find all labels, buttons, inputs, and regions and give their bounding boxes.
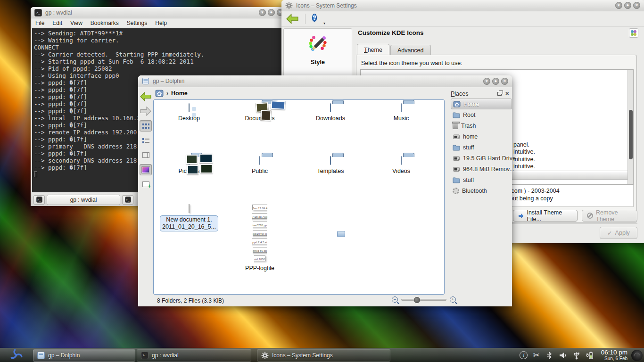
menu-help[interactable]: Help (155, 20, 167, 26)
dolphin-window-title: gp – Dolphin (153, 78, 184, 84)
folder-item-pictures[interactable]: Pictures (154, 156, 224, 175)
page-title: Customize KDE Icons (358, 29, 424, 36)
install-theme-button[interactable]: Install Theme File... (513, 210, 578, 222)
select-theme-label: Select the icon theme you want to use: (361, 60, 462, 66)
new-tab-button[interactable]: >_ (33, 195, 45, 205)
place-label: stuff (463, 177, 474, 183)
details-view-button[interactable] (140, 135, 152, 146)
minimize-button[interactable]: ▾ (259, 9, 266, 16)
konsole-tab[interactable]: gp : wvdial (47, 195, 120, 205)
hard-drive-icon (453, 155, 460, 162)
place-item-stuff-1[interactable]: stuff (451, 142, 512, 153)
tab-list-button[interactable]: >_ (122, 195, 133, 205)
help-button[interactable]: ? ▾ (312, 13, 323, 25)
maximize-button[interactable]: ● (268, 9, 275, 16)
clipboard-scissors-icon[interactable]: ✂ (533, 351, 539, 359)
places-title: Places (451, 90, 469, 97)
battery-icon[interactable] (586, 351, 594, 360)
menu-view[interactable]: View (70, 20, 83, 26)
place-item-trash[interactable]: Trash (451, 120, 512, 131)
place-item-bluetooth[interactable]: Bluetooth (451, 185, 512, 196)
removable-drive-icon (453, 165, 460, 173)
distro-logo-icon (9, 348, 24, 362)
back-arrow-icon[interactable] (286, 14, 298, 24)
hard-drive-icon (453, 133, 460, 140)
file-item-new-document[interactable]: New document 1. 2011_01_20_16_5... (154, 205, 224, 231)
task-system-settings[interactable]: Icons – System Settings (257, 349, 390, 362)
dolphin-icon (142, 77, 149, 85)
konsole-titlebar[interactable]: >_ gp : wvdial ▾ ● ✕ (31, 7, 288, 18)
maximize-button[interactable]: ● (492, 78, 499, 85)
places-panel: Places ✕ Home Root Trash (448, 87, 512, 306)
zoom-out-icon[interactable]: − (392, 296, 398, 303)
forward-button[interactable] (140, 106, 152, 117)
sidebar-item-style[interactable]: Style (284, 29, 352, 66)
place-item-removable[interactable]: 964.8 MiB Remov... (451, 164, 512, 174)
maximize-button[interactable]: ● (624, 2, 631, 9)
folder-item-videos[interactable]: Videos (366, 156, 437, 175)
place-item-stuff-2[interactable]: stuff (451, 174, 512, 185)
home-icon[interactable] (155, 89, 164, 98)
apply-button[interactable]: ✓ Apply (600, 227, 637, 239)
tab-advanced[interactable]: Advanced (390, 45, 431, 55)
tab-theme[interactable]: Theme (357, 44, 389, 55)
panel-toolbox-cashew-icon[interactable] (631, 350, 643, 361)
notifications-icon[interactable]: i (520, 351, 528, 359)
preview-button[interactable] (140, 164, 152, 175)
theme-list-scrollbar[interactable] (627, 70, 633, 184)
app-launcher-button[interactable] (0, 348, 33, 362)
folder-label: Templates (295, 168, 366, 175)
bluetooth-icon[interactable] (545, 351, 553, 360)
close-button[interactable]: ✕ (501, 78, 508, 85)
minimize-button[interactable]: ▾ (483, 78, 490, 85)
preview-icon (142, 167, 149, 173)
folder-item-public[interactable]: Public (224, 156, 295, 175)
folder-item-documents[interactable]: Documents (224, 104, 295, 122)
close-button[interactable]: ✕ (633, 2, 640, 9)
menu-file[interactable]: File (35, 20, 44, 26)
place-item-home[interactable]: Home (451, 99, 512, 109)
folder-icon (401, 156, 402, 165)
clock[interactable]: 06:10 pm Sun, 6 Feb (601, 349, 627, 362)
scrollbar-thumb[interactable] (629, 110, 633, 159)
folder-view[interactable]: Desktop Documents Downloads Music (153, 99, 445, 295)
folder-item-downloads[interactable]: Downloads (295, 104, 366, 122)
usb-device-icon[interactable] (572, 351, 581, 360)
task-konsole[interactable]: >_ gp : wvdial (137, 349, 251, 362)
task-dolphin[interactable]: gp – Dolphin (33, 349, 135, 362)
close-panel-icon[interactable]: ✕ (505, 91, 509, 96)
folder-icon (453, 176, 460, 184)
terminal-icon: >_ (34, 9, 42, 16)
columns-view-button[interactable] (140, 149, 152, 161)
install-arrow-icon (518, 213, 524, 219)
zoom-slider[interactable] (401, 299, 446, 301)
breadcrumb-home[interactable]: Home (171, 90, 188, 97)
folder-icon (453, 111, 460, 119)
float-panel-icon[interactable] (497, 92, 502, 96)
zoom-slider-handle[interactable] (414, 297, 420, 303)
stray-drag-icon (337, 231, 345, 237)
menu-settings[interactable]: Settings (127, 20, 147, 26)
dolphin-titlebar[interactable]: gp – Dolphin ▾ ● ✕ (138, 75, 512, 87)
task-label: gp – Dolphin (48, 352, 80, 359)
folder-item-desktop[interactable]: Desktop (154, 104, 224, 122)
minimize-button[interactable]: ▾ (615, 2, 622, 9)
file-item-ppp-logfile[interactable]: Jan 17 09:4 7:18 gp-Asp ire-5738 pp pd[1… (224, 203, 295, 272)
split-view-icon (142, 181, 149, 187)
icons-view-button[interactable] (140, 120, 152, 132)
split-view-button[interactable] (140, 179, 152, 190)
task-label: gp : wvdial (152, 352, 179, 359)
back-button[interactable] (140, 91, 152, 102)
system-settings-titlebar[interactable]: Icons – System Settings ▾ ● ✕ (281, 0, 644, 11)
folder-item-templates[interactable]: Templates (295, 156, 366, 175)
place-item-home-partition[interactable]: home (451, 131, 512, 142)
folder-item-music[interactable]: Music (366, 104, 437, 122)
remove-theme-button[interactable]: Remove Theme (582, 210, 637, 222)
folder-label: Desktop (154, 115, 224, 122)
menu-bookmarks[interactable]: Bookmarks (91, 20, 119, 26)
volume-icon[interactable] (559, 351, 567, 360)
dolphin-side-toolbar (138, 87, 153, 306)
place-item-hard-drive[interactable]: 19.5 GiB Hard Drive (451, 153, 512, 164)
menu-edit[interactable]: Edit (52, 20, 62, 26)
place-item-root[interactable]: Root (451, 109, 512, 120)
